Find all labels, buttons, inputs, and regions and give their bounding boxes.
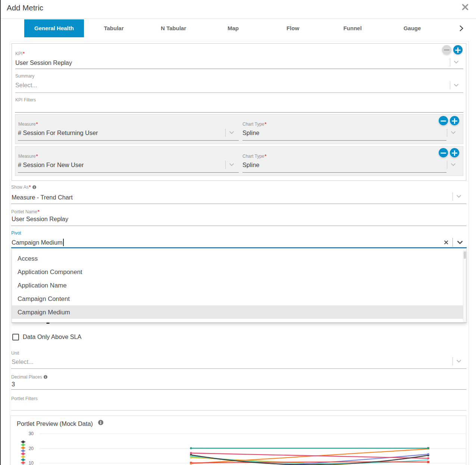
svg-text:20: 20 xyxy=(29,446,34,451)
svg-text:30: 30 xyxy=(29,431,34,436)
svg-text:10: 10 xyxy=(29,461,34,465)
